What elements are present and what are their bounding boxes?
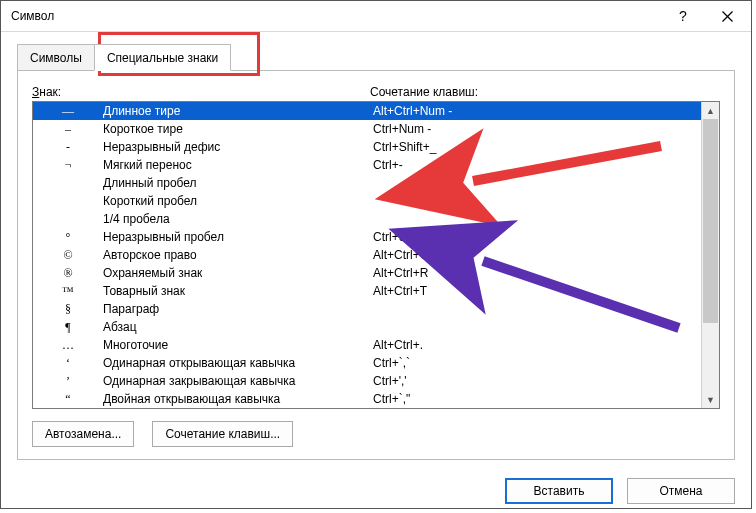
header-shortcut: Сочетание клавиш: xyxy=(370,85,720,99)
dialog-body: Символы Специальные знаки Знак: Сочетани… xyxy=(1,32,751,474)
symbol-name: Товарный знак xyxy=(103,282,373,300)
cancel-button[interactable]: Отмена xyxy=(627,478,735,504)
list-item[interactable]: —Длинное тиреAlt+Ctrl+Num - xyxy=(33,102,701,120)
symbol-glyph: - xyxy=(33,138,103,156)
symbol-name: 1/4 пробела xyxy=(103,210,373,228)
list-item[interactable]: ©Авторское правоAlt+Ctrl+C xyxy=(33,246,701,264)
list-item[interactable]: ¶Абзац xyxy=(33,318,701,336)
list-viewport[interactable]: —Длинное тиреAlt+Ctrl+Num -–Короткое тир… xyxy=(33,102,701,408)
symbol-name: Абзац xyxy=(103,318,373,336)
scroll-down-button[interactable]: ▼ xyxy=(702,391,719,408)
list-item[interactable]: °Неразрывный пробелCtrl+Shift+Пробел xyxy=(33,228,701,246)
scroll-track[interactable] xyxy=(702,119,719,391)
panel-buttons: Автозамена... Сочетание клавиш... xyxy=(32,421,720,447)
tab-symbols[interactable]: Символы xyxy=(17,44,95,71)
list-item[interactable]: Длинный пробел xyxy=(33,174,701,192)
symbol-name: Длинный пробел xyxy=(103,174,373,192)
symbol-shortcut: Ctrl+Num - xyxy=(373,120,701,138)
symbol-shortcut: Ctrl+`," xyxy=(373,390,701,408)
symbol-name: Неразрывный дефис xyxy=(103,138,373,156)
symbol-glyph: — xyxy=(33,102,103,120)
symbol-shortcut: Ctrl+',' xyxy=(373,372,701,390)
shortcut-key-button[interactable]: Сочетание клавиш... xyxy=(152,421,293,447)
symbol-glyph: … xyxy=(33,336,103,354)
window-title: Символ xyxy=(11,9,661,23)
symbol-name: Короткий пробел xyxy=(103,192,373,210)
symbol-glyph: “ xyxy=(33,390,103,408)
list-item[interactable]: ‘Одинарная открывающая кавычкаCtrl+`,` xyxy=(33,354,701,372)
symbol-glyph: ’ xyxy=(33,372,103,390)
symbol-shortcut: Alt+Ctrl+T xyxy=(373,282,701,300)
list-item[interactable]: ®Охраняемый знакAlt+Ctrl+R xyxy=(33,264,701,282)
special-chars-list: —Длинное тиреAlt+Ctrl+Num -–Короткое тир… xyxy=(32,101,720,409)
autocorrect-button[interactable]: Автозамена... xyxy=(32,421,134,447)
symbol-glyph: § xyxy=(33,300,103,318)
symbol-glyph: ® xyxy=(33,264,103,282)
symbol-shortcut: Ctrl+- xyxy=(373,156,701,174)
symbol-name: Неразрывный пробел xyxy=(103,228,373,246)
list-item[interactable]: ¬Мягкий переносCtrl+- xyxy=(33,156,701,174)
symbol-glyph: ‘ xyxy=(33,354,103,372)
symbol-glyph: © xyxy=(33,246,103,264)
symbol-name: Авторское право xyxy=(103,246,373,264)
scroll-up-button[interactable]: ▲ xyxy=(702,102,719,119)
tab-panel: Знак: Сочетание клавиш: —Длинное тиреAlt… xyxy=(17,70,735,460)
list-item[interactable]: ’Одинарная закрывающая кавычкаCtrl+',' xyxy=(33,372,701,390)
list-item[interactable]: §Параграф xyxy=(33,300,701,318)
insert-button[interactable]: Вставить xyxy=(505,478,613,504)
symbol-shortcut: Alt+Ctrl+Num - xyxy=(373,102,701,120)
symbol-name: Короткое тире xyxy=(103,120,373,138)
list-item[interactable]: Короткий пробел xyxy=(33,192,701,210)
list-item[interactable]: 1/4 пробела xyxy=(33,210,701,228)
list-item[interactable]: –Короткое тиреCtrl+Num - xyxy=(33,120,701,138)
tab-special-chars[interactable]: Специальные знаки xyxy=(94,44,231,71)
header-symbol: Знак: xyxy=(32,85,370,99)
list-item[interactable]: -Неразрывный дефисCtrl+Shift+_ xyxy=(33,138,701,156)
symbol-glyph: ¬ xyxy=(33,156,103,174)
symbol-glyph: – xyxy=(33,120,103,138)
symbol-shortcut: Ctrl+Shift+Пробел xyxy=(373,228,701,246)
close-icon xyxy=(722,11,733,22)
symbol-name: Одинарная закрывающая кавычка xyxy=(103,372,373,390)
symbol-shortcut: Alt+Ctrl+R xyxy=(373,264,701,282)
list-item[interactable]: “Двойная открывающая кавычкаCtrl+`," xyxy=(33,390,701,408)
scrollbar[interactable]: ▲ ▼ xyxy=(701,102,719,408)
symbol-glyph: ¶ xyxy=(33,318,103,336)
symbol-shortcut: Ctrl+Shift+_ xyxy=(373,138,701,156)
symbol-name: Мягкий перенос xyxy=(103,156,373,174)
column-headers: Знак: Сочетание клавиш: xyxy=(32,85,720,99)
symbol-name: Многоточие xyxy=(103,336,373,354)
symbol-dialog: Символ ? Символы Специальные знаки Знак:… xyxy=(0,0,752,509)
symbol-name: Параграф xyxy=(103,300,373,318)
dialog-footer: Вставить Отмена xyxy=(1,474,751,508)
symbol-name: Одинарная открывающая кавычка xyxy=(103,354,373,372)
symbol-glyph: ° xyxy=(33,228,103,246)
list-item[interactable]: ™Товарный знакAlt+Ctrl+T xyxy=(33,282,701,300)
list-item[interactable]: …МноготочиеAlt+Ctrl+. xyxy=(33,336,701,354)
titlebar: Символ ? xyxy=(1,1,751,32)
symbol-name: Длинное тире xyxy=(103,102,373,120)
symbol-shortcut: Ctrl+`,` xyxy=(373,354,701,372)
tab-strip: Символы Специальные знаки xyxy=(17,42,735,70)
symbol-shortcut: Alt+Ctrl+C xyxy=(373,246,701,264)
symbol-name: Охраняемый знак xyxy=(103,264,373,282)
symbol-glyph: ™ xyxy=(33,282,103,300)
symbol-shortcut: Alt+Ctrl+. xyxy=(373,336,701,354)
scroll-thumb[interactable] xyxy=(703,119,718,323)
help-button[interactable]: ? xyxy=(661,1,705,31)
close-button[interactable] xyxy=(705,1,749,31)
symbol-name: Двойная открывающая кавычка xyxy=(103,390,373,408)
